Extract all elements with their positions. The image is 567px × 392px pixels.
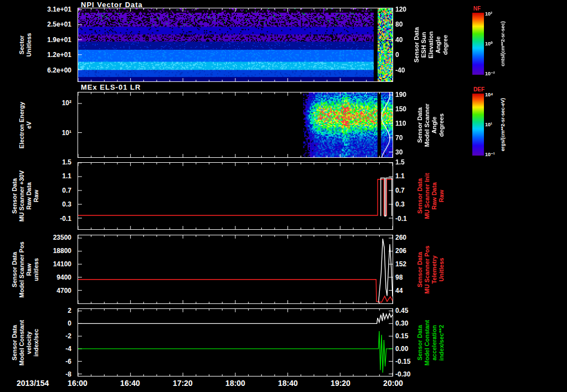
axis-label-line: Sensor Data (416, 245, 424, 293)
axis-label-line: Elevation (427, 27, 435, 63)
colorbar-title: DEF (473, 86, 484, 92)
time-tick-label: 16:00 (68, 379, 87, 388)
left-tick-label: -0.1 (60, 215, 71, 223)
right-tick-label: 98 (395, 274, 403, 281)
time-tick-label: 18:00 (225, 379, 245, 388)
axis-label-line: MU Scanner Init (424, 173, 431, 219)
series-model-constant-velocity (78, 313, 393, 323)
right-tick-label: 0.3 (395, 200, 405, 208)
y-axis-ticks: 20-2-4-6-8 (0, 308, 74, 376)
right-tick-label: 0.30 (395, 319, 408, 327)
series-model-constant-acceleration (78, 331, 393, 373)
left-tick-label: 2.5e+01 (47, 20, 71, 28)
left-tick-label: 0.7 (62, 187, 71, 194)
left-tick-label: 10² (62, 99, 71, 107)
right-tick-label: 206 (395, 247, 406, 255)
left-tick-label: 0.3 (62, 200, 71, 208)
axis-label-line: degree (442, 27, 449, 63)
right-tick-label: 0.00 (395, 345, 408, 353)
plot-overlay-svg (78, 92, 393, 157)
spacecraft-telemetry-plot: NPI Vector Data MEx ELS-01 LR SectorUnit… (0, 0, 567, 392)
time-tick-label: 16:40 (120, 379, 140, 388)
colorbar-def: DEF 10⁴10¹10⁻¹ ergs/(cm**2-sr-sec-eV) (472, 86, 514, 159)
right-tick-label: 44 (395, 287, 403, 295)
y-axis-ticks: 23500188001410094004700 (0, 235, 74, 304)
left-tick-label: 1.1 (62, 172, 71, 180)
right-tick-label: 150 (395, 105, 406, 113)
colorbar-gradient (472, 94, 484, 156)
left-tick-label: 3.1e+01 (47, 6, 71, 13)
colorbar-ticks: 10²10⁰10⁻² (485, 13, 499, 75)
panel-model-constant: Sensor DataModel Constantvelocityindex/s… (0, 308, 567, 376)
right-tick-label: 120 (395, 6, 406, 13)
left-tick-label: 1.2e+01 (47, 51, 71, 59)
series-model-scanner-pos-raw (78, 280, 393, 302)
right-tick-label: 40 (395, 36, 403, 44)
plot-overlay-svg (78, 8, 393, 81)
scanner-pos-plot (78, 235, 393, 304)
panel-mu-scanner-30v: Sensor DataMU Scanner +30VRaw DataRaw 1.… (0, 162, 567, 230)
model-constant-plot (78, 308, 393, 376)
colorbar-gradient (472, 13, 484, 75)
axis-label-line: degrees (438, 103, 445, 146)
axis-label-line: Sensor Data (416, 103, 424, 146)
y-axis-ticks: 10²10¹ (0, 92, 74, 158)
colorbar-unit: ergs/(cm**2-sr-sec-eV) (500, 98, 506, 151)
left-tick-label: 2 (68, 307, 71, 314)
plot-overlay-svg (78, 163, 393, 229)
right-tick-label: 0.45 (395, 307, 408, 314)
axis-label-line: Sensor Data (413, 27, 420, 63)
y-axis-ticks: 1.51.10.70.3-0.1 (0, 162, 74, 230)
colorbar-title: NF (473, 6, 481, 12)
axis-label-line: Raw Data (431, 173, 438, 219)
els-spectrogram (78, 92, 393, 158)
colorbar-tick-label: 10⁻² (485, 71, 495, 76)
date-label: 2013/154 (17, 379, 49, 388)
right-tick-label: -0.30 (395, 370, 410, 378)
left-tick-label: 23500 (53, 234, 71, 241)
panel-title-els: MEx ELS-01 LR (81, 83, 141, 91)
axis-label-line: Sensor Data (416, 173, 424, 219)
axis-label-line: MU Scanner Pos (424, 245, 431, 293)
right-tick-label: 0 (395, 51, 399, 59)
panel-model-scanner-pos: Sensor DataModel Scanner PosRawunitless … (0, 235, 567, 304)
right-tick-label: -40 (395, 66, 405, 74)
colorbar-unit: cnts/(cm**2-sr-sec) (500, 21, 506, 66)
mu-scanner-30v-plot (78, 162, 393, 230)
axis-label-line: Raw (438, 173, 445, 219)
colorbar-tick-label: 10² (485, 11, 492, 17)
left-tick-label: 14100 (53, 260, 71, 268)
npi-spectrogram (78, 8, 393, 82)
colorbar-tick-label: 10¹ (485, 122, 492, 127)
left-tick-label: 9400 (56, 274, 71, 281)
colorbar-ticks: 10⁴10¹10⁻¹ (485, 94, 499, 156)
axis-label-line: acceleration (431, 319, 438, 365)
axis-label-line: Unitless (438, 245, 445, 293)
series-mu-scanner-init-raw (381, 178, 392, 216)
time-tick-label: 18:40 (278, 379, 298, 388)
colorbar-tick-label: 10⁰ (485, 41, 493, 47)
right-tick-label: 0.15 (395, 332, 408, 340)
plot-overlay-svg (78, 309, 393, 376)
time-tick-label: 17:20 (173, 379, 193, 388)
left-tick-label: 10¹ (62, 129, 71, 137)
time-tick-label: 20:00 (383, 379, 403, 388)
plot-overlay-svg (78, 235, 393, 303)
axis-label-line: Angle (431, 103, 438, 146)
right-tick-label: 110 (395, 120, 406, 127)
right-tick-label: 80 (395, 20, 403, 28)
left-tick-label: 1.9e+01 (47, 36, 71, 44)
left-tick-label: -8 (65, 370, 71, 378)
colorbar-tick-label: 10⁻¹ (485, 152, 495, 157)
left-tick-label: -4 (65, 345, 71, 353)
left-tick-label: 6.2e+00 (47, 66, 71, 74)
right-tick-label: -0.15 (395, 358, 410, 365)
colorbar-nf: NF 10²10⁰10⁻² cnts/(cm**2-sr-sec) (472, 6, 514, 79)
axis-label-line: Angle (435, 27, 442, 63)
right-tick-label: 152 (395, 260, 406, 268)
series-mu-scanner-pos-telemetry (378, 239, 393, 303)
right-tick-label: -0.1 (395, 215, 407, 223)
time-tick-label: 19:20 (331, 379, 350, 388)
left-tick-label: 1.5 (62, 158, 71, 166)
axis-label-line: ESH Sun (420, 27, 427, 63)
